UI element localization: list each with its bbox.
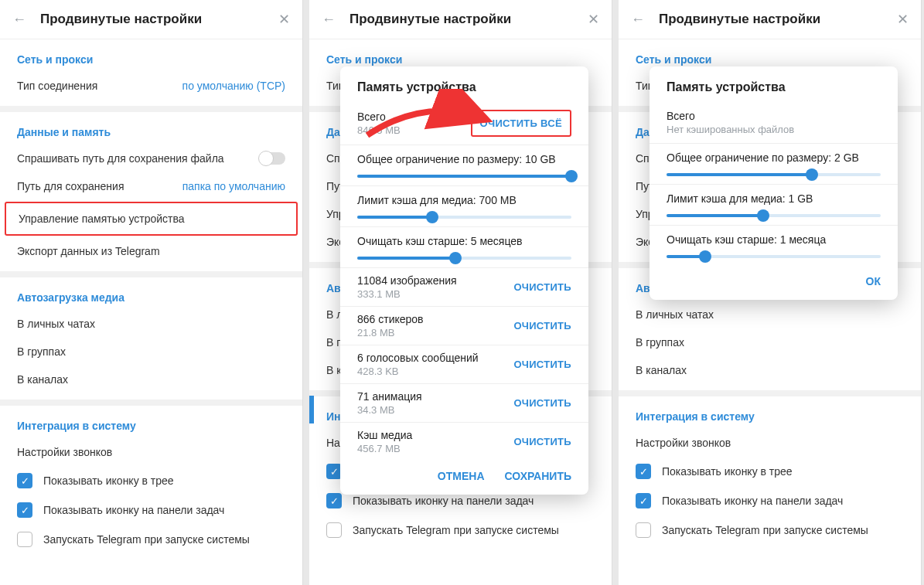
total-label: Всего	[357, 111, 401, 123]
panel-header: ← Продвинутые настройки ✕	[619, 0, 921, 39]
clear-all-button[interactable]: ОЧИСТИТЬ ВСЁ	[471, 110, 571, 137]
clear-cache-button[interactable]: ОЧИСТИТЬ	[513, 436, 571, 447]
clear-voice-button[interactable]: ОЧИСТИТЬ	[513, 359, 571, 370]
save-button[interactable]: СОХРАНИТЬ	[505, 470, 571, 482]
export-label: Экспорт данных из Telegram	[17, 245, 160, 257]
clear-gifs-button[interactable]: ОЧИСТИТЬ	[513, 397, 571, 409]
back-icon[interactable]: ←	[631, 12, 645, 28]
row-ask-path[interactable]: Спрашивать путь для сохранения файла	[0, 145, 302, 172]
close-icon[interactable]: ✕	[278, 11, 290, 28]
connection-value: по умолчанию (TCP)	[182, 80, 285, 92]
total-value: 846.5 MB	[357, 124, 401, 136]
section-title-data: Данные и память	[0, 118, 302, 145]
cancel-button[interactable]: ОТМЕНА	[438, 470, 485, 482]
storage-total-row: Всего 846.5 MB ОЧИСТИТЬ ВСЁ	[340, 102, 588, 145]
slider-size-limit[interactable]: Общее ограничение по размеру: 2 GB	[650, 144, 898, 185]
save-path-label: Путь для сохранения	[17, 180, 124, 192]
back-icon[interactable]: ←	[12, 12, 26, 28]
section-data: Данные и память Спрашивать путь для сохр…	[0, 112, 302, 277]
storage-dialog-empty: Память устройства Всего Нет кэшированных…	[650, 66, 898, 300]
section-system: Интеграция в систему Настройки звонков ✓…	[0, 406, 302, 560]
slider-size-limit[interactable]: Общее ограничение по размеру: 10 GB	[340, 145, 588, 186]
slider-clear-older[interactable]: Очищать кэш старше: 1 месяца	[650, 226, 898, 266]
row-autoload-groups[interactable]: В группах	[0, 338, 302, 366]
panel-title: Продвинутые настройки	[659, 12, 897, 27]
slider-media-limit[interactable]: Лимит кэша для медиа: 700 MB	[340, 186, 588, 227]
slider-media-limit[interactable]: Лимит кэша для медиа: 1 GB	[650, 185, 898, 226]
row-calls[interactable]: Настройки звонков	[0, 438, 302, 466]
row-save-path[interactable]: Путь для сохранения папка по умолчанию	[0, 172, 302, 200]
section-network: Сеть и прокси Тип соединения по умолчани…	[0, 39, 302, 112]
back-icon[interactable]: ←	[322, 12, 336, 28]
media-breakdown-list: 11084 изображения333.1 MB ОЧИСТИТЬ 866 с…	[340, 268, 588, 461]
media-row-gifs: 71 анимация34.3 MB ОЧИСТИТЬ	[340, 384, 588, 423]
close-icon[interactable]: ✕	[588, 11, 599, 28]
dialog-actions: ОТМЕНА СОХРАНИТЬ	[340, 461, 588, 490]
section-title-network: Сеть и прокси	[0, 46, 302, 72]
panel-header: ← Продвинутые настройки ✕	[0, 0, 302, 39]
media-row-cache: Кэш медиа456.7 MB ОЧИСТИТЬ	[340, 423, 588, 461]
storage-total-row: Всего Нет кэшированных файлов	[650, 102, 898, 144]
slider-clear-older[interactable]: Очищать кэш старше: 5 месяцев	[340, 227, 588, 268]
section-title-autoload: Автозагрузка медиа	[0, 284, 302, 310]
settings-panel-3: ← Продвинутые настройки ✕ Сеть и прокси …	[619, 0, 922, 585]
checkbox-autostart[interactable]	[17, 532, 32, 547]
save-path-value: папка по умолчанию	[182, 180, 285, 192]
media-row-stickers: 866 стикеров21.8 MB ОЧИСТИТЬ	[340, 307, 588, 345]
panel-title: Продвинутые настройки	[349, 12, 588, 27]
ok-button[interactable]: ОК	[866, 275, 881, 287]
connection-label: Тип соединения	[17, 80, 97, 92]
checkbox-taskbar[interactable]: ✓	[17, 502, 32, 518]
tray-label: Показывать иконку в трее	[43, 474, 174, 487]
panel-header: ← Продвинутые настройки ✕	[309, 0, 612, 39]
media-row-voice: 6 голосовых сообщений428.3 KB ОЧИСТИТЬ	[340, 345, 588, 384]
ask-path-toggle[interactable]	[259, 152, 285, 165]
media-row-images: 11084 изображения333.1 MB ОЧИСТИТЬ	[340, 268, 588, 307]
row-export[interactable]: Экспорт данных из Telegram	[0, 237, 302, 265]
row-tray[interactable]: ✓ Показывать иконку в трее	[0, 466, 302, 495]
row-manage-storage[interactable]: Управление памятью устройства	[5, 202, 298, 236]
row-autostart[interactable]: Запускать Telegram при запуске системы	[0, 525, 302, 554]
storage-dialog: Память устройства Всего 846.5 MB ОЧИСТИТ…	[340, 66, 588, 495]
dialog-title: Память устройства	[340, 80, 588, 102]
checkbox-tray[interactable]: ✓	[17, 473, 32, 488]
autostart-label: Запускать Telegram при запуске системы	[43, 533, 250, 546]
dialog-actions: ОК	[650, 266, 898, 295]
clear-images-button[interactable]: ОЧИСТИТЬ	[513, 281, 571, 293]
section-title-system: Интеграция в систему	[0, 412, 302, 438]
row-taskbar[interactable]: ✓ Показывать иконку на панели задач	[0, 495, 302, 525]
manage-storage-label: Управление памятью устройства	[19, 213, 185, 225]
settings-panel-2: ← Продвинутые настройки ✕ Сеть и прокси …	[309, 0, 612, 585]
row-autoload-private[interactable]: В личных чатах	[0, 310, 302, 338]
section-autoload: Автозагрузка медиа В личных чатах В груп…	[0, 277, 302, 406]
settings-panel-1: ← Продвинутые настройки ✕ Сеть и прокси …	[0, 0, 303, 585]
dialog-title: Память устройства	[650, 80, 898, 102]
panel-title: Продвинутые настройки	[40, 12, 278, 27]
clear-stickers-button[interactable]: ОЧИСТИТЬ	[513, 320, 571, 332]
ask-path-label: Спрашивать путь для сохранения файла	[17, 152, 224, 165]
row-autoload-channels[interactable]: В каналах	[0, 366, 302, 393]
taskbar-label: Показывать иконку на панели задач	[43, 504, 224, 516]
row-connection-type[interactable]: Тип соединения по умолчанию (TCP)	[0, 72, 302, 100]
close-icon[interactable]: ✕	[897, 11, 909, 28]
